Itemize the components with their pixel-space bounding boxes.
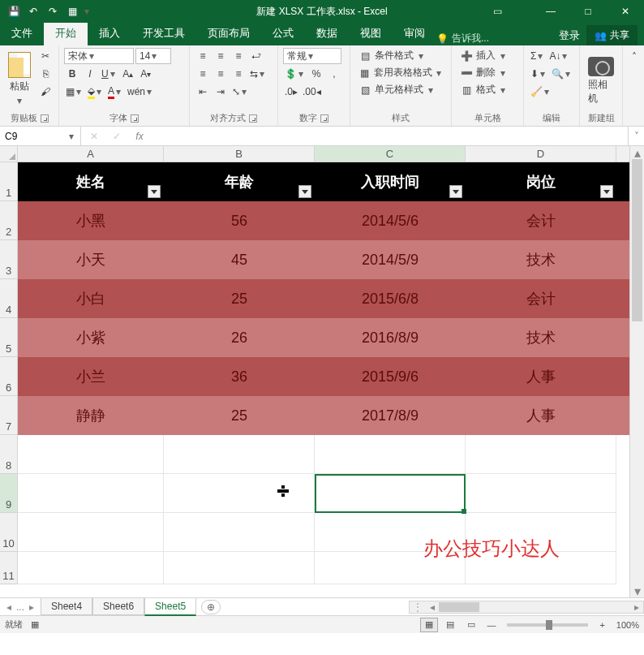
qat-table-icon[interactable]: ▦	[63, 2, 81, 20]
cell[interactable]	[164, 435, 315, 474]
tab-view[interactable]: 视图	[349, 21, 393, 45]
hscroll-right-icon[interactable]: ▸	[630, 601, 643, 613]
paste-button[interactable]: 粘贴 ▾	[5, 48, 34, 110]
sheet-tab-sheet6[interactable]: Sheet6	[92, 598, 144, 615]
sheet-nav-dots[interactable]: ...	[16, 601, 24, 613]
scroll-down-icon[interactable]: ▾	[630, 584, 644, 597]
tell-me-search[interactable]: 💡 告诉我...	[436, 32, 489, 45]
scroll-thumb[interactable]	[632, 159, 642, 321]
row-header-1[interactable]: 1	[0, 162, 17, 201]
filter-button[interactable]	[600, 185, 613, 198]
cell[interactable]	[315, 435, 466, 474]
cell[interactable]: 小兰	[18, 357, 164, 396]
tab-review[interactable]: 审阅	[393, 21, 436, 45]
sheet-tab-sheet4[interactable]: Sheet4	[41, 598, 92, 615]
copy-icon[interactable]: ⎘	[37, 66, 54, 82]
fx-icon[interactable]: fx	[131, 131, 148, 142]
name-box[interactable]: C9 ▾	[0, 127, 81, 145]
align-bottom-icon[interactable]: ≡	[230, 48, 247, 64]
clipboard-launcher[interactable]	[41, 114, 49, 123]
cancel-icon[interactable]: ✕	[86, 131, 102, 142]
orientation-button[interactable]: ⤡▾	[230, 84, 250, 100]
row-header-9[interactable]: 9	[0, 474, 17, 513]
cell[interactable]	[164, 474, 315, 513]
cell[interactable]: 技术	[466, 240, 616, 279]
insert-cells-button[interactable]: ➕插入▾	[457, 48, 518, 63]
minimize-icon[interactable]: —	[532, 0, 569, 23]
fill-button[interactable]: ⬇▾	[529, 66, 548, 82]
align-center-icon[interactable]: ≡	[213, 66, 229, 82]
cells-area[interactable]: 姓名 年龄 入职时间 岗位 小黑562014/5/6会计小天452014/5/9…	[18, 162, 644, 597]
tab-pagelayout[interactable]: 页面布局	[196, 21, 261, 45]
filter-button[interactable]	[298, 185, 311, 198]
tab-file[interactable]: 文件	[0, 21, 44, 45]
col-header-b[interactable]: B	[164, 146, 315, 162]
sheet-nav-prev-icon[interactable]: ◂	[6, 601, 11, 613]
format-cells-button[interactable]: ▥格式▾	[457, 82, 518, 97]
sort-filter-button[interactable]: A↓▾	[547, 48, 570, 64]
number-format-combo[interactable]: 常规▾	[283, 48, 341, 64]
font-launcher[interactable]	[131, 114, 139, 123]
decrease-decimal-icon[interactable]: .00◂	[301, 84, 323, 100]
cell[interactable]: 2016/8/9	[315, 318, 466, 357]
cell[interactable]: 会计	[466, 279, 616, 318]
percent-button[interactable]: %	[308, 66, 324, 82]
cell[interactable]	[18, 435, 164, 474]
cell[interactable]	[164, 552, 315, 584]
vertical-scrollbar[interactable]: ▴ ▾	[629, 146, 644, 597]
cell[interactable]: 会计	[466, 201, 616, 240]
cell[interactable]: 56	[164, 201, 315, 240]
align-right-icon[interactable]: ≡	[230, 66, 247, 82]
row-header-6[interactable]: 6	[0, 357, 17, 396]
align-top-icon[interactable]: ≡	[195, 48, 211, 64]
macro-record-icon[interactable]: ▦	[31, 619, 39, 630]
undo-icon[interactable]: ↶	[24, 2, 42, 20]
cell[interactable]: 小紫	[18, 318, 164, 357]
cell[interactable]: 2014/5/6	[315, 201, 466, 240]
cell[interactable]: 静静	[18, 396, 164, 435]
wrap-text-button[interactable]: ⮐	[248, 48, 264, 64]
cell[interactable]: 人事	[466, 357, 616, 396]
accounting-button[interactable]: 💲▾	[283, 66, 307, 82]
row-header-7[interactable]: 7	[0, 396, 17, 435]
col-header-d[interactable]: D	[466, 146, 616, 162]
align-left-icon[interactable]: ≡	[195, 66, 211, 82]
number-launcher[interactable]	[320, 114, 328, 123]
bold-button[interactable]: B	[64, 66, 80, 82]
tab-developer[interactable]: 开发工具	[131, 21, 196, 45]
cell[interactable]: 26	[164, 318, 315, 357]
row-header-4[interactable]: 4	[0, 279, 17, 318]
cell[interactable]: 2015/6/8	[315, 279, 466, 318]
align-middle-icon[interactable]: ≡	[213, 48, 229, 64]
paste-dropdown[interactable]: ▾	[15, 95, 24, 106]
sheet-tab-sheet5[interactable]: Sheet5	[144, 598, 196, 616]
alignment-launcher[interactable]	[249, 114, 257, 123]
table-header-age[interactable]: 年龄	[164, 162, 315, 201]
zoom-level[interactable]: 100%	[616, 620, 639, 630]
hscroll-thumb[interactable]	[439, 602, 479, 612]
cell[interactable]: 25	[164, 279, 315, 318]
zoom-slider[interactable]	[507, 623, 588, 627]
cell[interactable]: 2015/9/6	[315, 357, 466, 396]
sheet-nav-next-icon[interactable]: ▸	[29, 601, 34, 613]
table-header-name[interactable]: 姓名	[18, 162, 164, 201]
ribbon-display-icon[interactable]: ▭	[479, 0, 516, 23]
hscroll-split-icon[interactable]: ⋮	[410, 601, 426, 613]
font-color-button[interactable]: A▾	[106, 84, 124, 100]
cell[interactable]: 小白	[18, 279, 164, 318]
new-sheet-button[interactable]: ⊕	[201, 600, 221, 614]
tab-formulas[interactable]: 公式	[261, 21, 305, 45]
find-button[interactable]: 🔍▾	[550, 66, 573, 82]
cell[interactable]: 45	[164, 240, 315, 279]
table-header-role[interactable]: 岗位	[466, 162, 616, 201]
tab-data[interactable]: 数据	[305, 21, 349, 45]
merge-button[interactable]: ⇆▾	[248, 66, 268, 82]
cell[interactable]: 技术	[466, 318, 616, 357]
decrease-font-button[interactable]: A▾	[138, 66, 154, 82]
phonetic-button[interactable]: wén▾	[126, 84, 155, 100]
cell[interactable]	[18, 474, 164, 513]
name-box-dropdown[interactable]: ▾	[67, 131, 75, 142]
filter-button[interactable]	[148, 185, 161, 198]
comma-button[interactable]: ,	[326, 66, 342, 82]
row-header-2[interactable]: 2	[0, 201, 17, 240]
